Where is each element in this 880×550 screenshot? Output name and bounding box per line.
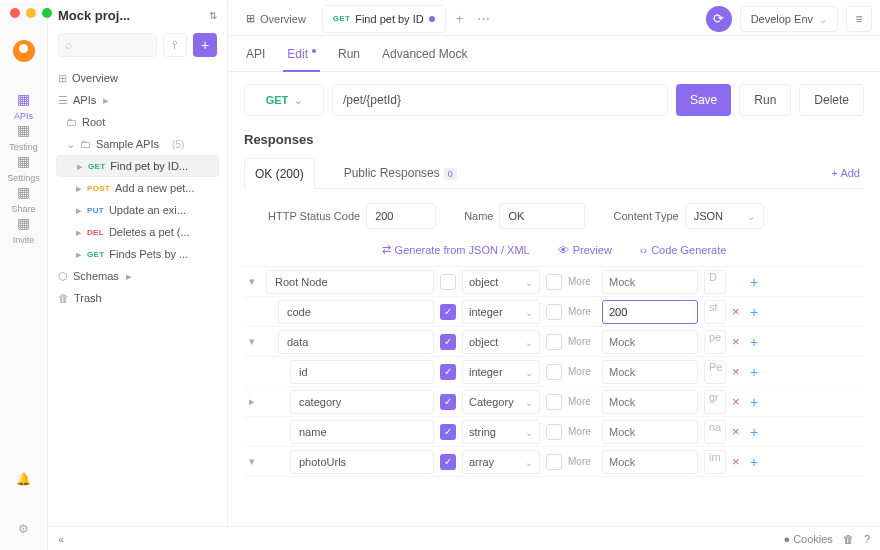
environment-select[interactable]: Develop Env bbox=[740, 6, 838, 32]
add-field-button[interactable]: + bbox=[750, 334, 762, 350]
delete-field-button[interactable]: × bbox=[732, 334, 744, 349]
rail-settings[interactable]: ▦Settings bbox=[7, 152, 40, 183]
mock-input[interactable] bbox=[602, 300, 698, 324]
type-select[interactable]: array bbox=[462, 450, 540, 474]
response-name-input[interactable] bbox=[499, 203, 585, 229]
required-checkbox[interactable] bbox=[440, 274, 456, 290]
sidebar-schemas[interactable]: ⬡Schemas▸ bbox=[56, 265, 219, 287]
row-toggle[interactable]: ▾ bbox=[244, 335, 260, 348]
add-field-button[interactable]: + bbox=[750, 304, 762, 320]
field-name-input[interactable]: category bbox=[290, 390, 434, 414]
tree-item[interactable]: ▸POSTAdd a new pet... bbox=[56, 177, 219, 199]
subtab-run[interactable]: Run bbox=[338, 36, 360, 72]
add-button[interactable]: + bbox=[193, 33, 217, 57]
desc-input[interactable]: pe bbox=[704, 330, 726, 354]
project-name[interactable]: Mock proj... bbox=[58, 8, 203, 23]
row-toggle[interactable]: ▸ bbox=[244, 395, 260, 408]
method-select[interactable]: GET bbox=[244, 84, 324, 116]
nullable-checkbox[interactable] bbox=[546, 454, 562, 470]
nullable-checkbox[interactable] bbox=[546, 394, 562, 410]
path-input[interactable] bbox=[332, 84, 668, 116]
sidebar-trash[interactable]: 🗑Trash bbox=[56, 287, 219, 309]
row-toggle[interactable]: ▾ bbox=[244, 455, 260, 468]
minimize-dot[interactable] bbox=[26, 8, 36, 18]
sidebar-sample-folder[interactable]: ⌄🗀Sample APIs (5) bbox=[56, 133, 219, 155]
field-name-input[interactable]: name bbox=[290, 420, 434, 444]
mock-input[interactable] bbox=[602, 390, 698, 414]
preview-link[interactable]: 👁 Preview bbox=[558, 243, 612, 256]
mock-input[interactable] bbox=[602, 330, 698, 354]
generate-json-xml-link[interactable]: ⇄ Generate from JSON / XML bbox=[382, 243, 530, 256]
nullable-checkbox[interactable] bbox=[546, 424, 562, 440]
nullable-checkbox[interactable] bbox=[546, 274, 562, 290]
refresh-button[interactable]: ⟳ bbox=[706, 6, 732, 32]
mock-input[interactable] bbox=[602, 360, 698, 384]
add-field-button[interactable]: + bbox=[750, 454, 762, 470]
notifications-icon[interactable]: 🔔 bbox=[15, 470, 33, 488]
required-checkbox[interactable]: ✓ bbox=[440, 424, 456, 440]
maximize-dot[interactable] bbox=[42, 8, 52, 18]
more-link[interactable]: More bbox=[568, 336, 596, 347]
rail-invite[interactable]: ▦Invite bbox=[7, 214, 40, 245]
delete-field-button[interactable]: × bbox=[732, 454, 744, 469]
field-name-input[interactable]: code bbox=[278, 300, 434, 324]
required-checkbox[interactable]: ✓ bbox=[440, 304, 456, 320]
tab-overview[interactable]: ⊞Overview bbox=[236, 5, 316, 33]
app-logo[interactable] bbox=[13, 40, 35, 62]
required-checkbox[interactable]: ✓ bbox=[440, 454, 456, 470]
delete-field-button[interactable]: × bbox=[732, 394, 744, 409]
desc-input[interactable]: st bbox=[704, 300, 726, 324]
type-select[interactable]: object bbox=[462, 330, 540, 354]
settings-gear-icon[interactable]: ⚙ bbox=[15, 520, 33, 538]
tab-more-button[interactable]: ⋯ bbox=[473, 11, 494, 26]
type-select[interactable]: Category bbox=[462, 390, 540, 414]
sidebar-apis[interactable]: ☰APIs▸ bbox=[56, 89, 219, 111]
trash-icon[interactable]: 🗑 bbox=[843, 533, 854, 545]
desc-input[interactable]: D bbox=[704, 270, 726, 294]
mock-input[interactable] bbox=[602, 270, 698, 294]
field-name-input[interactable]: photoUrls bbox=[290, 450, 434, 474]
type-select[interactable]: object bbox=[462, 270, 540, 294]
more-link[interactable]: More bbox=[568, 426, 596, 437]
tree-item[interactable]: ▸GETFind pet by ID... bbox=[56, 155, 219, 177]
save-button[interactable]: Save bbox=[676, 84, 731, 116]
mock-input[interactable] bbox=[602, 450, 698, 474]
more-link[interactable]: More bbox=[568, 366, 596, 377]
tree-item[interactable]: ▸DELDeletes a pet (... bbox=[56, 221, 219, 243]
more-link[interactable]: More bbox=[568, 306, 596, 317]
collapse-sidebar-button[interactable]: « bbox=[58, 533, 64, 545]
more-link[interactable]: More bbox=[568, 456, 596, 467]
type-select[interactable]: integer bbox=[462, 360, 540, 384]
desc-input[interactable]: gr bbox=[704, 390, 726, 414]
row-toggle[interactable]: ▾ bbox=[244, 275, 260, 288]
add-field-button[interactable]: + bbox=[750, 364, 762, 380]
type-select[interactable]: integer bbox=[462, 300, 540, 324]
run-button[interactable]: Run bbox=[739, 84, 791, 116]
filter-button[interactable]: ⫯ bbox=[163, 33, 187, 57]
required-checkbox[interactable]: ✓ bbox=[440, 364, 456, 380]
desc-input[interactable]: Pe bbox=[704, 360, 726, 384]
close-dot[interactable] bbox=[10, 8, 20, 18]
desc-input[interactable]: im bbox=[704, 450, 726, 474]
tree-item[interactable]: ▸PUTUpdate an exi... bbox=[56, 199, 219, 221]
nullable-checkbox[interactable] bbox=[546, 304, 562, 320]
nullable-checkbox[interactable] bbox=[546, 334, 562, 350]
sidebar-root-folder[interactable]: 🗀Root bbox=[56, 111, 219, 133]
required-checkbox[interactable]: ✓ bbox=[440, 334, 456, 350]
desc-input[interactable]: na bbox=[704, 420, 726, 444]
rail-share[interactable]: ▦Share bbox=[7, 183, 40, 214]
search-input[interactable]: ⌕ bbox=[58, 33, 157, 57]
add-field-button[interactable]: + bbox=[750, 274, 762, 290]
tab-find-pet[interactable]: GET Find pet by ID bbox=[322, 5, 446, 33]
new-tab-button[interactable]: + bbox=[452, 11, 468, 26]
rail-testing[interactable]: ▦Testing bbox=[7, 121, 40, 152]
help-icon[interactable]: ? bbox=[864, 533, 870, 545]
project-switch-icon[interactable]: ⇅ bbox=[209, 10, 217, 21]
field-name-input[interactable]: id bbox=[290, 360, 434, 384]
add-field-button[interactable]: + bbox=[750, 394, 762, 410]
delete-field-button[interactable]: × bbox=[732, 364, 744, 379]
delete-button[interactable]: Delete bbox=[799, 84, 864, 116]
tree-item[interactable]: ▸GETFinds Pets by ... bbox=[56, 243, 219, 265]
status-code-input[interactable] bbox=[366, 203, 436, 229]
type-select[interactable]: string bbox=[462, 420, 540, 444]
